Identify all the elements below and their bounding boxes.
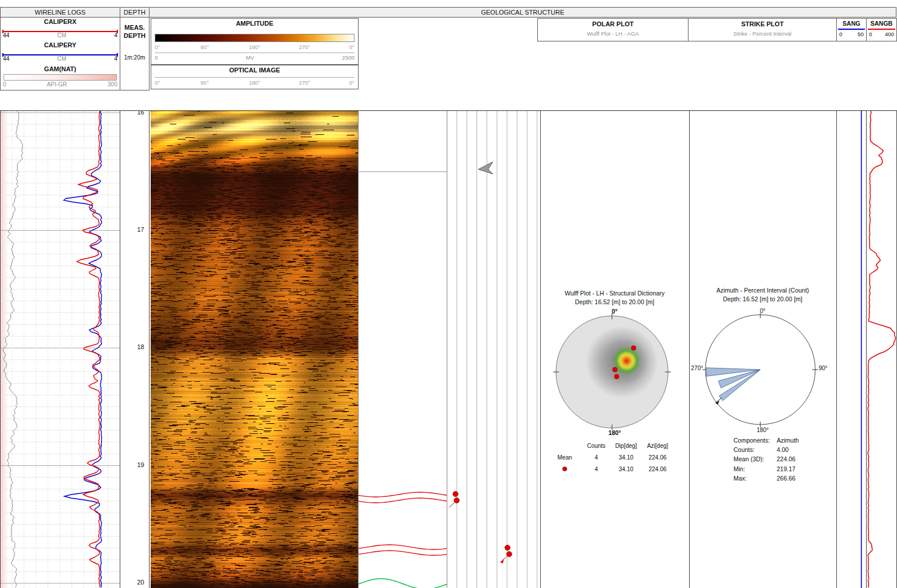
- wulff-row-azi: 224.06: [641, 466, 674, 472]
- polar-plot-title: POLAR PLOT: [538, 20, 688, 27]
- amp-angle-360: 0°: [349, 44, 354, 50]
- amplitude-scale-row: 0 MV 2500: [155, 54, 354, 61]
- stat-row: Max:266.66: [733, 475, 827, 484]
- track-border: [358, 111, 359, 588]
- track-border: [447, 111, 447, 588]
- calipery-min: 44: [3, 55, 9, 62]
- well-log-viewer: WIRELINE LOGS DEPTH GEOLOGICAL STRUCTURE…: [0, 0, 897, 588]
- opt-angle-360: 0°: [349, 79, 354, 86]
- sang-scale-row: 0 50: [839, 31, 864, 37]
- amp-angle-180: 180°: [249, 44, 260, 50]
- depth-legend-panel: MEAS. DEPTH 1m:20m: [120, 17, 150, 91]
- geological-structure-title: GEOLOGICAL STRUCTURE: [481, 9, 565, 16]
- stat-label: Mean (3D):: [733, 455, 777, 465]
- sangb-scale-line: [868, 29, 895, 30]
- track-border: [0, 111, 1, 588]
- rose-west-label: 270°: [666, 365, 703, 371]
- stat-value: 4.00: [777, 446, 827, 455]
- wulff-row-counts: 4: [582, 466, 611, 472]
- gamnat-unit: API-GR: [47, 81, 67, 88]
- track-border: [120, 111, 120, 588]
- gamnat-max: 300: [107, 81, 117, 88]
- wulff-mean-label: Mean: [548, 454, 582, 461]
- strike-plot-header: STRIKE PLOT Strike - Percent Interval: [688, 18, 837, 41]
- gamnat-scale-row: 0 API-GR 300: [3, 81, 117, 88]
- track-border: [540, 111, 541, 588]
- sang-label: SANG: [837, 20, 866, 27]
- wulff-stereonet[interactable]: [540, 313, 689, 430]
- wulff-mean-dip: 34.10: [611, 454, 641, 461]
- wulff-col-counts: Counts: [582, 443, 611, 449]
- amplitude-min: 0: [155, 54, 158, 61]
- depth-scale: 1m:20m: [120, 54, 149, 61]
- stat-label: Components:: [733, 437, 777, 446]
- opt-angle-270: 270°: [299, 79, 311, 86]
- stat-row: Components:Azimuth: [733, 437, 827, 446]
- amplitude-image-track[interactable]: [151, 111, 358, 588]
- stat-label: Counts:: [733, 446, 777, 455]
- stat-value: 266.66: [777, 475, 827, 484]
- sang-header: SANG 0 50: [836, 18, 867, 41]
- depth-tick-18: 18: [120, 343, 144, 350]
- polar-plot-subtitle: Wulff Plot - LH - AGA: [538, 30, 688, 37]
- rose-south-label: 180°: [689, 427, 836, 433]
- amp-angle-0: 0°: [155, 44, 160, 50]
- opt-angle-90: 90°: [200, 79, 208, 86]
- calipery-scale-row: 44 CM 4: [3, 55, 117, 62]
- meas-label: MEAS.: [120, 24, 149, 31]
- wulff-col-dip: Dip[deg]: [611, 443, 641, 449]
- polar-plot-header: POLAR PLOT Wulff Plot - LH - AGA: [537, 18, 689, 41]
- amplitude-divider: [155, 53, 354, 53]
- wulff-col-azi: Azi[deg]: [641, 443, 674, 449]
- wireline-curves-track[interactable]: [0, 111, 120, 588]
- log-plot-area: 16 17 18 19 20 Wulff Plot - LH - Structu…: [0, 111, 897, 588]
- amplitude-legend-panel: AMPLITUDE 0° 90° 180° 270° 0° 0 MV 2500: [151, 18, 359, 65]
- stat-row: Mean (3D):224.06: [733, 455, 827, 465]
- rose-plot-depth-range: Depth: 16.52 [m] to 20.00 [m]: [689, 295, 836, 302]
- wulff-mean-counts: 4: [582, 454, 611, 461]
- amplitude-unit: MV: [246, 54, 254, 61]
- amp-angle-90: 90°: [200, 44, 208, 50]
- depth-title: DEPTH: [124, 9, 145, 16]
- optical-title: OPTICAL IMAGE: [151, 67, 358, 74]
- depth-tick-16: 16: [120, 111, 144, 116]
- caliperx-unit: CM: [57, 32, 67, 39]
- track-border: [866, 111, 867, 588]
- stat-label: Max:: [733, 475, 777, 484]
- header-bar-depth: DEPTH: [120, 7, 150, 18]
- azimuth-rose-diagram[interactable]: [689, 313, 836, 430]
- header-bar-wireline-logs: WIRELINE LOGS: [0, 7, 120, 18]
- stat-value: Azimuth: [777, 437, 827, 446]
- feature-dot-icon: [562, 467, 567, 471]
- gamnat-min: 0: [3, 81, 6, 88]
- stat-value: 224.06: [777, 455, 827, 465]
- wulff-plot-title: Wulff Plot - LH - Structural Dictionary: [540, 290, 689, 297]
- gamnat-label: GAM(NAT): [1, 65, 120, 72]
- sangb-label: SANGB: [867, 20, 896, 27]
- wulff-south-label: 180°: [540, 429, 689, 436]
- track-border: [149, 111, 150, 588]
- optical-angle-labels: 0° 90° 180° 270° 0°: [155, 79, 354, 86]
- amplitude-title: AMPLITUDE: [151, 20, 358, 27]
- optical-divider: [155, 77, 354, 78]
- sangb-min: 0: [869, 31, 872, 37]
- amplitude-max: 2500: [342, 54, 354, 61]
- wulff-table-mean-row: Mean 4 34.10 224.06: [548, 451, 675, 463]
- stat-value: 219.17: [777, 465, 827, 475]
- depth-tick-20: 20: [120, 579, 144, 586]
- caliperx-scale-row: 44 CM 4: [3, 32, 117, 39]
- sang-max: 50: [857, 31, 864, 37]
- sang-scale-line: [838, 29, 865, 30]
- wulff-mean-azi: 224.06: [641, 454, 674, 461]
- opt-angle-180: 180°: [249, 79, 260, 86]
- stat-row: Min:219.17: [733, 465, 827, 475]
- depth-tick-17: 17: [120, 226, 144, 233]
- strike-plot-title: STRIKE PLOT: [689, 20, 836, 27]
- header-bar-geological-structure: GEOLOGICAL STRUCTURE: [149, 7, 896, 18]
- structure-picks-track[interactable]: [358, 111, 540, 588]
- wireline-logs-title: WIRELINE LOGS: [35, 9, 86, 16]
- depth-label: DEPTH: [120, 32, 149, 39]
- sang-sangb-track[interactable]: [836, 111, 897, 588]
- caliperx-min: 44: [3, 32, 9, 39]
- amplitude-angle-labels: 0° 90° 180° 270° 0°: [155, 44, 354, 51]
